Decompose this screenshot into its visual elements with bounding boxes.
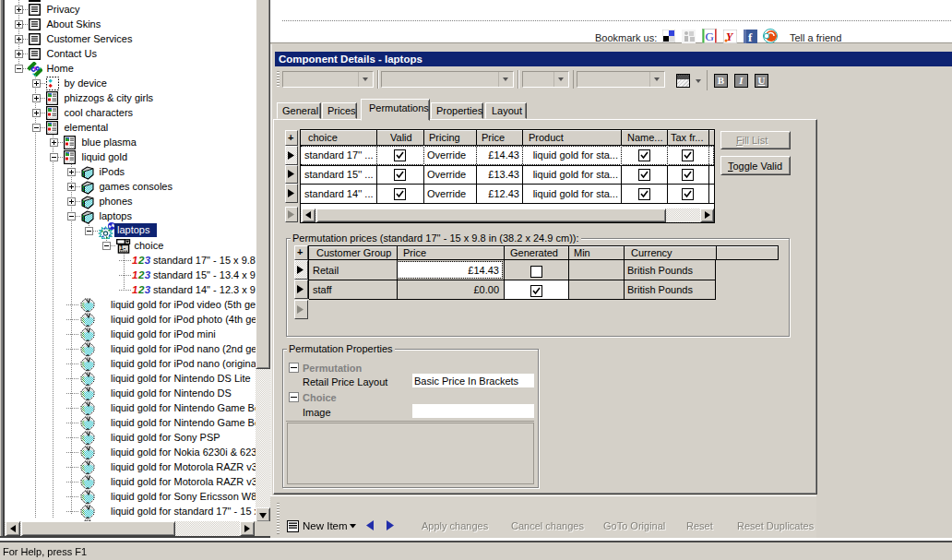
svg-text:G: G xyxy=(706,30,714,43)
svg-text:1-: 1- xyxy=(120,244,126,251)
svg-text:f: f xyxy=(748,30,753,43)
